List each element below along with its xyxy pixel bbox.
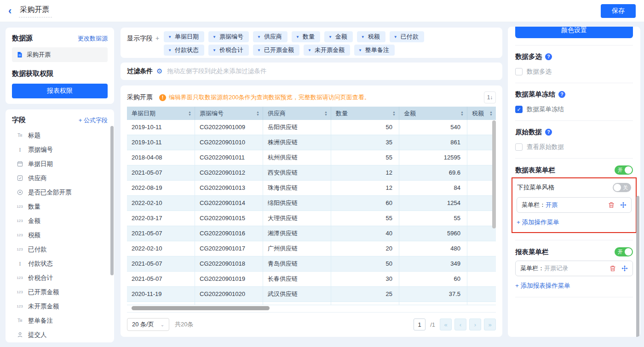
field-item[interactable]: 123已付款 (12, 242, 108, 256)
move-icon[interactable] (620, 202, 627, 208)
delete-icon[interactable] (610, 265, 616, 272)
caret-down-icon: ▼ (213, 35, 216, 39)
delete-icon[interactable] (608, 202, 615, 208)
column-header[interactable]: 税额▲▼ (467, 107, 496, 120)
field-item[interactable]: 123数量 (12, 199, 108, 214)
add-formula-field-link[interactable]: + 公式字段 (79, 116, 108, 125)
display-field-chip[interactable]: ▼整单备注 (354, 45, 395, 56)
field-item[interactable]: 123已开票金额 (12, 285, 108, 299)
page-size-select[interactable]: 20 条/页 ⌄ (127, 318, 169, 331)
table-row[interactable]: 2019-10-11CG20220901009岳阳供应链50540 (127, 120, 496, 135)
checkbox-icon[interactable]: ✓ (515, 106, 523, 113)
display-field-chip[interactable]: ▼数量 (292, 31, 320, 42)
checkbox-icon[interactable] (515, 68, 523, 75)
field-item[interactable]: 123税额 (12, 228, 108, 242)
field-item[interactable]: I付款状态 (12, 256, 108, 271)
display-field-chip[interactable]: ▼金额 (324, 31, 353, 42)
sort-icon[interactable]: ▲▼ (460, 111, 464, 116)
datasource-item[interactable]: 采购开票 (12, 47, 108, 62)
column-header[interactable]: 供应商▲▼ (263, 107, 331, 120)
column-header[interactable]: 数量▲▼ (331, 107, 399, 120)
display-field-chip[interactable]: ▼已付款 (390, 31, 424, 42)
dropdown-style-toggle[interactable]: 关 (613, 183, 631, 192)
raw-data-checkbox-row[interactable]: 查看原始数据 (515, 143, 633, 151)
table-row[interactable]: 2020-11-19CG20220901020武汉供应链2537.5 (127, 287, 496, 302)
field-item[interactable]: 是否已全部开票 (12, 185, 108, 199)
next-page-button[interactable]: › (469, 319, 481, 330)
display-field-chip[interactable]: ▼已开票金额 (253, 45, 299, 56)
checkbox-icon[interactable] (515, 143, 523, 151)
menu-item-value[interactable]: 开票 (546, 201, 558, 209)
table-row[interactable]: 2022-03-17CG20220901015大理供应链5555 (127, 211, 496, 226)
grid-vertical-scrollbar[interactable] (492, 120, 496, 228)
display-field-chip[interactable]: ▼单据日期 (164, 31, 204, 42)
table-row[interactable]: 2021-05-07CG20220901016湘潭供应链405960 (127, 226, 496, 241)
add-display-field-button[interactable]: + (155, 34, 159, 54)
display-field-chip[interactable]: ▼税额 (357, 31, 385, 42)
menu-item-value[interactable]: 开票记录 (544, 264, 568, 273)
report-menubar-toggle[interactable]: 开 (615, 247, 633, 256)
field-list: T≡标题I票据编号单据日期供应商是否已全部开票123数量123金额123税额12… (12, 128, 108, 342)
settings-scrollbar[interactable] (636, 196, 639, 337)
sort-icon[interactable]: ▲▼ (392, 111, 396, 116)
field-item[interactable]: T≡整单备注 (12, 313, 108, 328)
display-field-chip[interactable]: ▼票据编号 (208, 31, 249, 42)
sort-icon[interactable]: ▲▼ (489, 111, 493, 116)
table-menu-item[interactable]: 菜单栏： 开票 (517, 197, 632, 213)
field-item[interactable]: 123价税合计 (12, 271, 108, 285)
multi-select-checkbox-row[interactable]: 数据多选 (515, 68, 633, 76)
table-row[interactable]: 2022-02-10CG20220901017广州供应链20480 (127, 241, 496, 256)
table-row[interactable]: 2022-08-19CG20220901013珠海供应链1284 (127, 181, 496, 196)
report-menu-item[interactable]: 菜单栏： 开票记录 (515, 261, 633, 276)
page-title[interactable]: 采购开票 (19, 4, 52, 17)
add-report-action-menu-link[interactable]: + 添加报表操作菜单 (515, 282, 633, 290)
table-row[interactable]: 2021-05-07CG20220901012西安供应链1269.6 (127, 165, 496, 181)
display-field-chip[interactable]: ▼未开票金额 (304, 45, 350, 56)
help-icon[interactable]: ? (545, 53, 552, 60)
last-page-button[interactable]: » (484, 319, 496, 330)
move-icon[interactable] (621, 265, 628, 272)
grid-horizontal-scrollbar[interactable] (132, 306, 270, 310)
help-icon[interactable]: ? (545, 129, 552, 136)
table-row[interactable]: 2022-02-10CG20220901014绵阳供应链601254 (127, 196, 496, 211)
first-page-button[interactable]: « (440, 319, 452, 330)
filter-gear-icon[interactable]: ⚙ (156, 67, 162, 75)
sort-order-button[interactable]: 1↓ (484, 91, 496, 103)
field-item[interactable]: I票据编号 (12, 142, 108, 157)
fields-scrollbar[interactable] (110, 126, 114, 275)
field-item[interactable]: T≡标题 (12, 128, 108, 142)
help-icon[interactable]: ? (558, 91, 565, 98)
column-header[interactable]: 金额▲▼ (399, 107, 467, 120)
save-button[interactable]: 保存 (601, 4, 636, 18)
color-settings-button[interactable]: 颜色设置 (515, 27, 633, 38)
column-header[interactable]: 单据日期▲▼ (127, 107, 195, 120)
display-field-chip[interactable]: ▼付款状态 (164, 45, 204, 56)
table-cell: 2020-11-19 (127, 287, 195, 301)
table-menubar-toggle[interactable]: 开 (615, 165, 633, 175)
add-action-menu-link[interactable]: + 添加操作菜单 (517, 218, 632, 227)
filter-dropzone-placeholder[interactable]: 拖动左侧字段到此处来添加过滤条件 (167, 67, 266, 75)
page-number-input[interactable]: 1 (414, 319, 426, 330)
table-row[interactable]: 2021-05-07CG20220901018青岛供应链50349 (127, 256, 496, 272)
column-header[interactable]: 票据编号▲▼ (195, 107, 263, 120)
display-field-chip[interactable]: ▼供应商 (253, 31, 288, 42)
table-row[interactable]: 2019-10-11CG20220901010株洲供应链35861 (127, 135, 496, 150)
field-item[interactable]: 供应商 (12, 171, 108, 185)
report-permission-button[interactable]: 报表权限 (12, 84, 108, 98)
sort-icon[interactable]: ▲▼ (256, 111, 259, 116)
sort-icon[interactable]: ▲▼ (324, 111, 328, 116)
menu-freeze-checkbox-row[interactable]: ✓ 数据菜单冻结 (515, 105, 633, 114)
sort-icon[interactable]: ▲▼ (188, 111, 191, 116)
field-item[interactable]: 提交人 (12, 328, 108, 342)
table-row[interactable]: 2018-04-08CG20220901011杭州供应链5512595 (127, 150, 496, 165)
back-icon[interactable]: ‹ (8, 6, 12, 16)
display-field-chip[interactable]: ▼价税合计 (208, 45, 249, 56)
table-row[interactable]: 2021-05-07CG20220901019长春供应链3060 (127, 272, 496, 287)
field-item[interactable]: 单据日期 (12, 157, 108, 171)
filter-panel: 过滤条件 ⚙ 拖动左侧字段到此处来添加过滤条件 (121, 63, 502, 80)
prev-page-button[interactable]: ‹ (454, 319, 466, 330)
change-datasource-link[interactable]: 更改数据源 (78, 34, 108, 43)
table-cell: 2022-02-10 (127, 241, 195, 256)
field-item[interactable]: 123金额 (12, 214, 108, 228)
field-item[interactable]: 123未开票金额 (12, 299, 108, 313)
